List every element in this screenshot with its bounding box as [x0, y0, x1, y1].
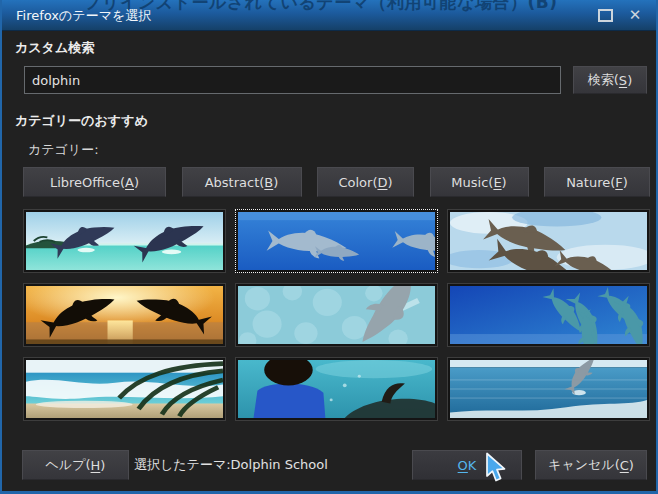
- category-label: カテゴリー:: [28, 141, 99, 159]
- theme-thumbnail-2-selected[interactable]: [235, 209, 438, 273]
- theme-thumbnail-1[interactable]: [23, 209, 226, 273]
- custom-search-heading: カスタム検索: [15, 39, 94, 57]
- theme-thumbnail-5[interactable]: [235, 283, 438, 347]
- close-icon: ✕: [629, 6, 642, 24]
- category-button-abstract[interactable]: Abstract(B): [182, 167, 302, 197]
- help-button[interactable]: ヘルプ(H): [22, 450, 129, 480]
- ok-button[interactable]: OK: [412, 450, 522, 480]
- theme-thumbnail-6[interactable]: [447, 283, 650, 347]
- titlebar[interactable]: プリインストールされているテーマ（利用可能な場合）(B) Firefoxのテーマ…: [0, 0, 658, 31]
- theme-thumbnail-3[interactable]: [447, 209, 650, 273]
- theme-thumbnail-4[interactable]: [23, 283, 226, 347]
- background-window-text: プリインストールされているテーマ（利用可能な場合）(B): [84, 0, 557, 14]
- selected-theme-label: 選択したテーマ:Dolphin School: [134, 450, 328, 480]
- close-button[interactable]: ✕: [626, 6, 644, 24]
- theme-select-dialog: プリインストールされているテーマ（利用可能な場合）(B) Firefoxのテーマ…: [0, 0, 658, 494]
- category-button-nature[interactable]: Nature(F): [544, 167, 650, 197]
- theme-thumbnail-grid: [23, 209, 650, 421]
- search-button-label: 検索(: [588, 71, 619, 89]
- category-suggestions-heading: カテゴリーのおすすめ: [15, 112, 148, 130]
- category-button-row: LibreOffice(A) Abstract(B) Color(D) Musi…: [23, 167, 650, 197]
- window-title: Firefoxのテーマを選択: [16, 7, 151, 25]
- category-button-music[interactable]: Music(E): [430, 167, 529, 197]
- maximize-icon: [598, 9, 613, 22]
- search-button[interactable]: 検索(S): [573, 66, 647, 94]
- theme-thumbnail-7[interactable]: [23, 357, 226, 421]
- category-button-color[interactable]: Color(D): [317, 167, 414, 197]
- maximize-button[interactable]: [596, 6, 614, 24]
- search-input[interactable]: [24, 66, 561, 94]
- theme-thumbnail-8[interactable]: [235, 357, 438, 421]
- theme-thumbnail-9[interactable]: [447, 357, 650, 421]
- cancel-button[interactable]: キャンセル(C): [535, 450, 647, 480]
- category-button-libreoffice[interactable]: LibreOffice(A): [23, 167, 166, 197]
